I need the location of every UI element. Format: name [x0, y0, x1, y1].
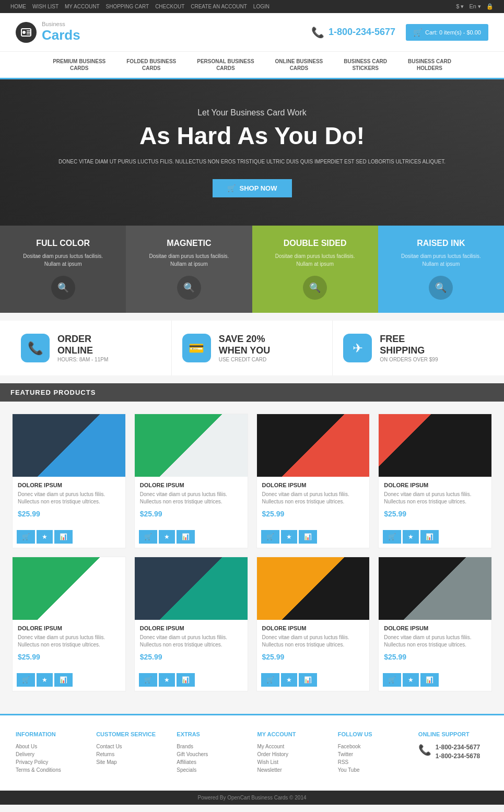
footer-extras: EXTRAS Brands Gift Vouchers Affiliates S… — [177, 731, 247, 775]
compare-btn-4[interactable]: 📊 — [420, 530, 439, 544]
add-to-cart-btn-7[interactable]: 🛒 — [261, 673, 279, 687]
footer-terms-link[interactable]: Terms & Conditions — [16, 767, 86, 773]
footer-sitemap-link[interactable]: Site Map — [96, 759, 166, 765]
nav-link-folded[interactable]: FOLDED BUSINESSCARDS — [116, 52, 186, 78]
footer-information: INFORMATION About Us Delivery Privacy Po… — [16, 731, 86, 775]
product-image-8 — [379, 557, 491, 620]
compare-btn-5[interactable]: 📊 — [54, 673, 73, 687]
nav-login[interactable]: LOGIN — [253, 4, 269, 9]
compare-btn-6[interactable]: 📊 — [177, 673, 195, 687]
compare-btn-7[interactable]: 📊 — [299, 673, 317, 687]
footer-extras-title: EXTRAS — [177, 731, 247, 737]
nav-link-personal[interactable]: PERSONAL BUSINESSCARDS — [186, 52, 264, 78]
compare-btn-3[interactable]: 📊 — [299, 530, 317, 544]
footer-myaccount-links: My Account Order History Wish List Newsl… — [257, 744, 327, 773]
wishlist-btn-3[interactable]: ★ — [281, 530, 297, 544]
wishlist-btn-6[interactable]: ★ — [159, 673, 175, 687]
footer-followus-title: FOLLOW US — [338, 731, 408, 737]
product-card-3: DOLORE IPSUM Donec vitae diam ut purus l… — [256, 414, 370, 548]
footer-specials-link[interactable]: Specials — [177, 767, 247, 773]
product-image-2 — [135, 414, 248, 477]
nav-home[interactable]: HOME — [10, 4, 26, 9]
footer-giftvouchers-link[interactable]: Gift Vouchers — [177, 751, 247, 757]
nav-item-holders[interactable]: BUSINESS CARDHOLDERS — [397, 52, 462, 78]
footer-contact-link[interactable]: Contact Us — [96, 744, 166, 749]
product-desc-5: Donec vitae diam ut purus luctus filiis.… — [18, 634, 120, 649]
nav-checkout[interactable]: CHECKOUT — [155, 4, 184, 9]
airplane-icon: ✈ — [343, 334, 372, 362]
footer-affiliates-link[interactable]: Affiliates — [177, 759, 247, 765]
nav-wishlist[interactable]: WISH LIST — [32, 4, 58, 9]
feature-magnetic-search[interactable]: 🔍 — [177, 276, 201, 300]
footer-returns-link[interactable]: Returns — [96, 751, 166, 757]
wishlist-btn-5[interactable]: ★ — [37, 673, 53, 687]
add-to-cart-btn-3[interactable]: 🛒 — [261, 530, 279, 544]
add-to-cart-btn-4[interactable]: 🛒 — [383, 530, 401, 544]
compare-btn-8[interactable]: 📊 — [420, 673, 439, 687]
footer-privacy-link[interactable]: Privacy Policy — [16, 759, 86, 765]
add-to-cart-btn-6[interactable]: 🛒 — [139, 673, 157, 687]
product-info-1: DOLORE IPSUM Donec vitae diam ut purus l… — [13, 477, 125, 527]
shop-now-button[interactable]: 🛒 SHOP NOW — [213, 179, 292, 197]
nav-link-holders[interactable]: BUSINESS CARDHOLDERS — [397, 52, 462, 78]
nav-account[interactable]: MY ACCOUNT — [65, 4, 100, 9]
add-to-cart-btn-2[interactable]: 🛒 — [139, 530, 157, 544]
footer-newsletter-link[interactable]: Newsletter — [257, 767, 327, 773]
add-to-cart-btn-8[interactable]: 🛒 — [383, 673, 401, 687]
footer-youtube-link[interactable]: You Tube — [338, 767, 408, 773]
nav-item-stickers[interactable]: BUSINESS CARDSTICKERS — [333, 52, 397, 78]
product-image-5 — [13, 557, 125, 620]
footer-wishlist-link[interactable]: Wish List — [257, 759, 327, 765]
nav-item-personal[interactable]: PERSONAL BUSINESSCARDS — [186, 52, 264, 78]
product-name-3: DOLORE IPSUM — [262, 482, 365, 488]
wishlist-btn-2[interactable]: ★ — [159, 530, 175, 544]
hero-title: As Hard As You Do! — [139, 122, 365, 150]
product-card-1: DOLORE IPSUM Donec vitae diam ut purus l… — [12, 414, 126, 548]
cart-button[interactable]: 🛒 Cart: 0 item(s) - $0.00 — [406, 24, 488, 41]
nav-item-premium[interactable]: PREMIUM BUSINESSCARDS — [42, 52, 116, 78]
currency-selector[interactable]: $ ▾ — [456, 3, 464, 10]
product-info-3: DOLORE IPSUM Donec vitae diam ut purus l… — [257, 477, 370, 527]
nav-link-stickers[interactable]: BUSINESS CARDSTICKERS — [333, 52, 397, 78]
footer-about-link[interactable]: About Us — [16, 744, 86, 749]
wishlist-btn-4[interactable]: ★ — [403, 530, 419, 544]
footer-orderhistory-link[interactable]: Order History — [257, 751, 327, 757]
add-to-cart-btn-1[interactable]: 🛒 — [17, 530, 35, 544]
main-nav-list: PREMIUM BUSINESSCARDS FOLDED BUSINESSCAR… — [0, 52, 504, 78]
nav-create-account[interactable]: CREATE AN ACCOUNT — [191, 4, 247, 9]
footer-rss-link[interactable]: RSS — [338, 759, 408, 765]
compare-btn-2[interactable]: 📊 — [177, 530, 195, 544]
wishlist-btn-1[interactable]: ★ — [37, 530, 53, 544]
product-actions-8: 🛒 ★ 📊 — [379, 670, 491, 691]
footer-delivery-link[interactable]: Delivery — [16, 751, 86, 757]
feature-magnetic-title: MAGNETIC — [136, 239, 241, 248]
product-desc-3: Donec vitae diam ut purus luctus filiis.… — [262, 491, 365, 505]
nav-link-premium[interactable]: PREMIUM BUSINESSCARDS — [42, 52, 116, 78]
product-info-6: DOLORE IPSUM Donec vitae diam ut purus l… — [135, 620, 248, 670]
footer-myaccount-link[interactable]: My Account — [257, 744, 327, 749]
add-to-cart-btn-5[interactable]: 🛒 — [17, 673, 35, 687]
footer-brands-link[interactable]: Brands — [177, 744, 247, 749]
logo[interactable]: Business Cards — [16, 21, 80, 43]
feature-fullcolor-search[interactable]: 🔍 — [51, 276, 75, 300]
info-free-shipping: ✈ FREESHIPPING ON ORDERS OVER $99 — [333, 321, 494, 375]
footer-myaccount-title: MY ACCOUNT — [257, 731, 327, 737]
feature-raisedink-search[interactable]: 🔍 — [429, 276, 453, 300]
logo-small: Business — [42, 21, 80, 27]
wishlist-btn-8[interactable]: ★ — [403, 673, 419, 687]
nav-link-online[interactable]: ONLINE BUSINESSCARDS — [265, 52, 334, 78]
nav-item-online[interactable]: ONLINE BUSINESSCARDS — [265, 52, 334, 78]
footer-customer-service: CUSTOMER SERVICE Contact Us Returns Site… — [96, 731, 166, 775]
footer-cs-links: Contact Us Returns Site Map — [96, 744, 166, 765]
nav-item-folded[interactable]: FOLDED BUSINESSCARDS — [116, 52, 186, 78]
footer-twitter-link[interactable]: Twitter — [338, 751, 408, 757]
language-selector[interactable]: En ▾ — [469, 3, 481, 10]
product-name-2: DOLORE IPSUM — [140, 482, 242, 488]
product-price-2: $25.99 — [140, 510, 242, 518]
feature-doublesided-search[interactable]: 🔍 — [303, 276, 327, 300]
wishlist-btn-7[interactable]: ★ — [281, 673, 297, 687]
compare-btn-1[interactable]: 📊 — [54, 530, 73, 544]
footer-facebook-link[interactable]: Facebook — [338, 744, 408, 749]
product-desc-2: Donec vitae diam ut purus luctus filiis.… — [140, 491, 242, 505]
nav-cart[interactable]: SHOPPING CART — [106, 4, 149, 9]
